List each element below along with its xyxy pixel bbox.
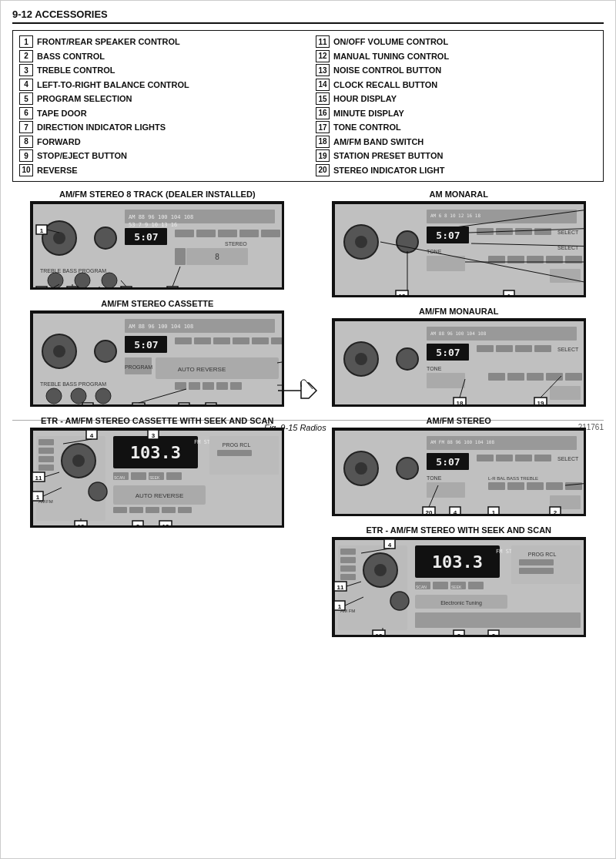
- diagram-etr-left: ETR - AM/FM STEREO CASSETTE WITH SEEK AN…: [12, 416, 303, 528]
- legend-num-14: 14: [316, 79, 330, 91]
- svg-text:10: 10: [136, 405, 142, 407]
- radio-svg-am-monaral: AM 6 8 10 12 16 18 5:07 SELECT: [332, 201, 586, 297]
- svg-rect-236: [340, 557, 356, 563]
- svg-rect-206: [515, 455, 532, 461]
- legend-num-8: 8: [19, 136, 33, 148]
- legend-label-11: ON/OFF VOLUME CONTROL: [333, 35, 448, 49]
- legend-num-13: 13: [316, 64, 330, 76]
- svg-text:4: 4: [90, 432, 94, 439]
- svg-rect-46: [194, 337, 211, 344]
- svg-rect-137: [515, 228, 532, 235]
- svg-text:5: 5: [86, 405, 90, 407]
- svg-point-211: [397, 458, 418, 479]
- svg-point-89: [72, 455, 85, 467]
- svg-rect-53: [175, 382, 186, 390]
- svg-text:1: 1: [40, 227, 44, 234]
- svg-point-61: [53, 345, 65, 357]
- svg-rect-57: [230, 382, 242, 390]
- legend-label-18: AM/FM BAND SWITCH: [333, 136, 424, 149]
- svg-point-183: [355, 353, 367, 365]
- hand-pointer-svg: [274, 367, 336, 414]
- svg-rect-48: [233, 337, 249, 344]
- svg-rect-85: [38, 448, 54, 454]
- legend-item-11: 11ON/OFF VOLUME CONTROL: [316, 35, 597, 49]
- svg-rect-235: [340, 549, 356, 555]
- svg-text:11: 11: [336, 584, 343, 591]
- svg-text:TONE: TONE: [427, 366, 442, 371]
- legend-label-4: LEFT-TO-RIGHT BALANCE CONTROL: [37, 79, 189, 92]
- legend-item-17: 17TONE CONTROL: [316, 121, 597, 134]
- svg-text:3: 3: [152, 432, 156, 439]
- svg-text:2: 2: [457, 633, 461, 637]
- svg-text:FM ST: FM ST: [194, 439, 211, 445]
- svg-text:FM ST: FM ST: [496, 549, 513, 555]
- right-column: AM MONARAL AM 6 8 10 12 16 18 5:07: [314, 190, 604, 637]
- svg-text:AM  88  96  100  104  108: AM 88 96 100 104 108: [129, 324, 193, 330]
- svg-rect-192: [550, 386, 581, 400]
- svg-rect-191: [565, 373, 582, 381]
- svg-rect-9: [239, 230, 259, 237]
- legend-num-12: 12: [316, 50, 330, 62]
- radio-svg-etr-right: AM FM 103.3 FM ST SCAN SEEK: [332, 537, 586, 637]
- svg-rect-216: [507, 482, 524, 490]
- svg-text:L-R BAL  BASS  TREBLE: L-R BAL BASS TREBLE: [488, 476, 538, 481]
- svg-text:5:07: 5:07: [135, 339, 159, 351]
- svg-rect-111: [217, 450, 252, 456]
- svg-rect-55: [203, 382, 214, 390]
- svg-text:5:07: 5:07: [135, 231, 159, 243]
- svg-rect-104: [113, 507, 127, 513]
- legend-num-6: 6: [19, 107, 33, 119]
- svg-text:1: 1: [36, 494, 40, 501]
- svg-rect-205: [496, 455, 513, 461]
- svg-rect-25: [36, 287, 47, 290]
- svg-text:SCAN: SCAN: [114, 475, 125, 480]
- legend-num-16: 16: [316, 107, 330, 119]
- svg-rect-56: [216, 382, 228, 390]
- radio-svg-monaural: AM 88 96 100 104 108 5:07 SELECT: [332, 318, 586, 407]
- radio-svg-cassette: AM 88 96 100 104 108 5:07 AU: [30, 310, 284, 407]
- diagram-etr-right: ETR - AM/FM STEREO WITH SEEK AND SCAN: [314, 525, 604, 637]
- svg-text:AUTO REVERSE: AUTO REVERSE: [178, 366, 226, 373]
- svg-rect-50: [271, 337, 283, 344]
- hand-pointer-area: [274, 367, 336, 416]
- svg-text:53   7    9   10   13   16: 53 7 9 10 13 16: [129, 222, 177, 228]
- svg-text:3: 3: [71, 289, 75, 290]
- legend-item-4: 4LEFT-TO-RIGHT BALANCE CONTROL: [19, 79, 300, 92]
- svg-text:20: 20: [425, 509, 432, 516]
- legend-label-17: TONE CONTROL: [333, 121, 401, 134]
- svg-rect-99: [166, 472, 182, 480]
- legend-item-19: 19STATION PRESET BUTTON: [316, 149, 597, 163]
- svg-text:PROGRAM: PROGRAM: [125, 364, 152, 370]
- legend-item-1: 1FRONT/REAR SPEAKER CONTROL: [19, 35, 300, 49]
- legend: 1FRONT/REAR SPEAKER CONTROL11ON/OFF VOLU…: [12, 30, 604, 182]
- legend-label-5: PROGRAM SELECTION: [37, 92, 132, 106]
- svg-rect-256: [519, 559, 554, 565]
- svg-rect-37: [167, 287, 178, 290]
- svg-text:TREBLE BASS PROGRAM: TREBLE BASS PROGRAM: [40, 381, 106, 387]
- diagram-am-fm-stereo: AM/FM STEREO AM FM 88 96 100 104 108 5:0…: [314, 416, 604, 516]
- svg-point-65: [71, 388, 86, 404]
- svg-point-241: [390, 592, 409, 610]
- legend-item-20: 20STEREO INDICATOR LIGHT: [316, 164, 597, 177]
- svg-rect-34: [121, 287, 132, 290]
- svg-point-90: [89, 482, 107, 501]
- legend-num-19: 19: [316, 149, 330, 162]
- legend-label-2: BASS CONTROL: [37, 50, 105, 63]
- svg-text:12: 12: [78, 523, 85, 528]
- svg-rect-84: [38, 439, 54, 445]
- legend-num-20: 20: [316, 164, 330, 176]
- svg-point-210: [355, 462, 367, 475]
- svg-point-141: [355, 236, 367, 248]
- svg-rect-144: [427, 256, 465, 271]
- svg-rect-180: [534, 345, 551, 352]
- svg-rect-219: [565, 482, 582, 490]
- svg-text:8: 8: [209, 405, 213, 407]
- svg-rect-80: [179, 403, 189, 407]
- svg-rect-106: [146, 507, 159, 513]
- svg-text:4: 4: [454, 509, 457, 516]
- svg-rect-54: [189, 382, 200, 390]
- radio-svg-am-fm-stereo: AM FM 88 96 100 104 108 5:07 SELECT: [332, 428, 586, 516]
- svg-text:11: 11: [35, 475, 42, 482]
- svg-rect-87: [38, 465, 54, 471]
- radio-svg-8track: AM 88 96 100 104 108 53 7 9 10 13 16 5:0…: [30, 201, 284, 290]
